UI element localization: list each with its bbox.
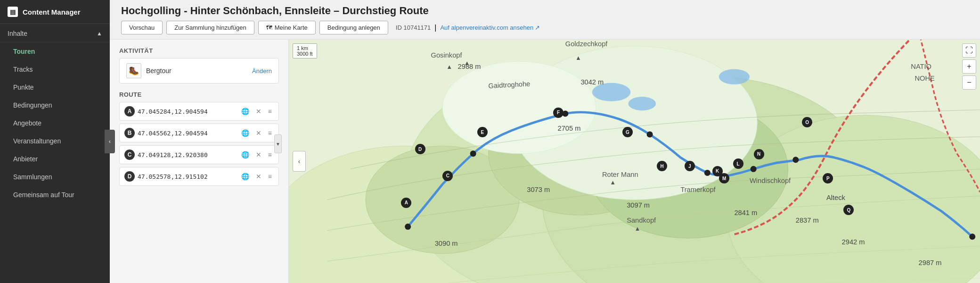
svg-text:Gosinkopf: Gosinkopf bbox=[431, 51, 463, 59]
sidebar-item-gemeinsam[interactable]: Gemeinsam auf Tour bbox=[0, 186, 110, 204]
topbar: Hochgolling - Hinter Schönbach, Ennsleit… bbox=[110, 0, 980, 40]
sidebar: ▤ Content Manager Inhalte ▲ Touren Track… bbox=[0, 0, 110, 283]
waypoint-O: O bbox=[802, 117, 812, 127]
route-coords-a: 47.045284,12.904594 bbox=[138, 108, 237, 115]
zoom-out-button[interactable]: − bbox=[962, 75, 976, 90]
fullscreen-icon: ⛶ bbox=[965, 46, 973, 55]
aktivitat-change-button[interactable]: Ändern bbox=[252, 67, 272, 75]
svg-text:NOHE: NOHE bbox=[915, 75, 935, 82]
aktivitat-type: Bergtour bbox=[146, 67, 172, 75]
route-scroll-arrow[interactable]: ▼ bbox=[274, 134, 282, 153]
waypoint-M: M bbox=[719, 173, 729, 183]
aktivitat-card: 🥾 Bergtour Ändern bbox=[119, 58, 279, 83]
route-section-label: Route bbox=[119, 91, 142, 98]
waypoint-label-a: A bbox=[124, 106, 135, 117]
aktivitat-left: 🥾 Bergtour bbox=[126, 63, 172, 78]
zur-sammlung-button[interactable]: Zur Sammlung hinzufügen bbox=[166, 21, 254, 34]
main-content: Hochgolling - Hinter Schönbach, Ennsleit… bbox=[110, 0, 980, 283]
sidebar-collapse-handle[interactable]: ‹ bbox=[105, 130, 115, 153]
fullscreen-button[interactable]: ⛶ bbox=[962, 43, 976, 58]
tour-id: ID 10741171 bbox=[396, 24, 431, 31]
waypoint-P: P bbox=[823, 173, 833, 183]
vorschau-button[interactable]: Vorschau bbox=[121, 21, 163, 34]
bergtour-icon-box: 🥾 bbox=[126, 63, 141, 78]
sidebar-item-anbieter[interactable]: Anbieter bbox=[0, 150, 110, 168]
waypoint-D: D bbox=[415, 144, 425, 154]
drag-icon-b[interactable]: ≡ bbox=[266, 128, 274, 138]
sidebar-item-bedingungen[interactable]: Bedingungen bbox=[0, 96, 110, 114]
waypoint-F: F bbox=[553, 108, 564, 118]
waypoint-Q: Q bbox=[843, 205, 854, 215]
waypoint-H: H bbox=[657, 161, 667, 171]
close-icon-d[interactable]: ✕ bbox=[254, 172, 263, 181]
svg-text:3090 m: 3090 m bbox=[435, 240, 458, 247]
close-icon-c[interactable]: ✕ bbox=[254, 150, 263, 159]
sidebar-item-touren[interactable]: Touren bbox=[0, 42, 110, 60]
zoom-in-button[interactable]: + bbox=[962, 59, 976, 74]
route-point-d: D 47.052578,12.915102 🌐 ✕ ≡ bbox=[119, 167, 279, 186]
nav-arrow-icon: ‹ bbox=[298, 158, 301, 165]
svg-text:Tramerkopf: Tramerkopf bbox=[680, 186, 716, 193]
close-icon-b[interactable]: ✕ bbox=[254, 128, 263, 138]
svg-point-39 bbox=[647, 131, 653, 137]
drag-icon-d[interactable]: ≡ bbox=[266, 172, 274, 181]
sidebar-item-sammlungen[interactable]: Sammlungen bbox=[0, 168, 110, 186]
sidebar-item-punkte[interactable]: Punkte bbox=[0, 78, 110, 96]
svg-text:▲: ▲ bbox=[575, 54, 581, 61]
map-area[interactable]: 2992 m 2988 m 3042 m 2705 m 3073 m 3090 … bbox=[289, 40, 980, 283]
close-icon-a[interactable]: ✕ bbox=[254, 107, 263, 116]
scale-label: 1 km bbox=[297, 45, 313, 51]
globe-icon-c[interactable]: 🌐 bbox=[239, 150, 251, 159]
svg-text:Windischkopf: Windischkopf bbox=[750, 177, 791, 184]
sidebar-title: Content Manager bbox=[23, 8, 81, 16]
sidebar-item-angebote[interactable]: Angebote bbox=[0, 114, 110, 132]
svg-text:▲: ▲ bbox=[464, 59, 470, 67]
globe-icon-a[interactable]: 🌐 bbox=[239, 107, 251, 116]
separator: | bbox=[434, 24, 436, 32]
page-title: Hochgolling - Hinter Schönbach, Ennsleit… bbox=[121, 5, 969, 17]
sidebar-item-tracks[interactable]: Tracks bbox=[0, 60, 110, 78]
drag-icon-c[interactable]: ≡ bbox=[266, 150, 274, 159]
map-controls: ⛶ + − bbox=[962, 43, 976, 90]
sidebar-header: ▤ Content Manager bbox=[0, 0, 110, 24]
route-coords-d: 47.052578,12.915102 bbox=[138, 173, 237, 180]
meine-karte-button[interactable]: 🗺 Meine Karte bbox=[258, 21, 316, 34]
svg-text:2837 m: 2837 m bbox=[796, 216, 819, 224]
globe-icon-d[interactable]: 🌐 bbox=[239, 172, 251, 181]
svg-text:2705 m: 2705 m bbox=[558, 125, 581, 132]
svg-text:Sandkopf: Sandkopf bbox=[627, 216, 656, 224]
svg-text:3073 m: 3073 m bbox=[527, 186, 550, 193]
route-header: Route bbox=[119, 91, 279, 98]
sidebar-item-veranstaltungen[interactable]: Veranstaltungen bbox=[0, 132, 110, 150]
waypoint-label-b: B bbox=[124, 128, 135, 138]
map-nav-arrow[interactable]: ‹ bbox=[293, 151, 306, 172]
svg-text:▲: ▲ bbox=[446, 63, 452, 70]
svg-text:▲: ▲ bbox=[635, 225, 641, 232]
content-area: Aktivität 🥾 Bergtour Ändern Route A 47. bbox=[110, 40, 980, 283]
waypoint-G: G bbox=[622, 127, 633, 137]
bedingung-button[interactable]: Bedingung anlegen bbox=[319, 21, 388, 34]
sidebar-inhalte-section[interactable]: Inhalte ▲ bbox=[0, 24, 110, 42]
waypoint-L: L bbox=[733, 158, 743, 169]
route-scroll: A 47.045284,12.904594 🌐 ✕ ≡ B 47.045562,… bbox=[119, 102, 279, 186]
svg-text:Alteck: Alteck bbox=[826, 194, 846, 201]
waypoint-E: E bbox=[477, 127, 488, 137]
topbar-actions: Vorschau Zur Sammlung hinzufügen 🗺 Meine… bbox=[121, 21, 969, 34]
svg-text:2987 m: 2987 m bbox=[919, 259, 942, 266]
aktivitat-section-label: Aktivität bbox=[119, 47, 279, 54]
map-svg: 2992 m 2988 m 3042 m 2705 m 3073 m 3090 … bbox=[289, 40, 980, 283]
svg-text:3042 m: 3042 m bbox=[580, 78, 604, 86]
waypoint-C: C bbox=[442, 171, 453, 181]
svg-text:NATIO: NATIO bbox=[911, 63, 931, 70]
svg-point-43 bbox=[969, 233, 975, 240]
hiking-icon: 🥾 bbox=[129, 66, 139, 76]
waypoint-A: A bbox=[401, 198, 411, 208]
drag-icon-a[interactable]: ≡ bbox=[266, 107, 274, 116]
alpenverein-link[interactable]: Auf alpenvereinaktiv.com ansehen ↗ bbox=[440, 24, 540, 31]
svg-point-12 bbox=[719, 69, 750, 84]
globe-icon-b[interactable]: 🌐 bbox=[239, 128, 251, 138]
waypoint-label-c: C bbox=[124, 150, 135, 160]
svg-text:Roter Mann: Roter Mann bbox=[602, 171, 638, 178]
svg-point-37 bbox=[470, 150, 476, 157]
map-scale: 1 km 3000 ft bbox=[293, 43, 317, 58]
